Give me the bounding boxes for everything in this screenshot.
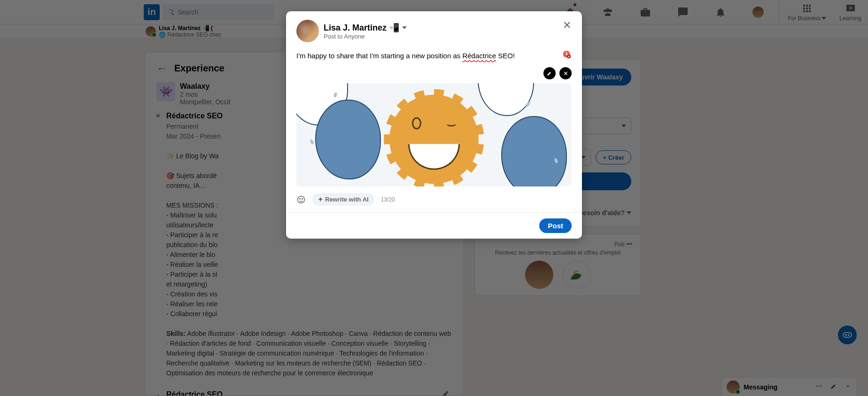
- post-button[interactable]: Post: [539, 218, 572, 233]
- word-counter: 13/20: [381, 196, 395, 203]
- close-button[interactable]: ✕: [559, 18, 574, 33]
- emoji-icon[interactable]: [296, 195, 306, 204]
- remove-media-button[interactable]: ✕: [559, 67, 572, 79]
- audience-label[interactable]: Post to Anyone: [324, 33, 407, 40]
- post-composer-modal: Lisa J. Martinez 📲 Post to Anyone ✕ I'm …: [286, 11, 582, 239]
- author-selector[interactable]: Lisa J. Martinez 📲: [324, 23, 407, 33]
- svg-point-5: [298, 196, 305, 203]
- celebration-image: [296, 83, 572, 186]
- svg-point-6: [300, 198, 301, 199]
- svg-point-7: [302, 198, 303, 199]
- post-text-editor[interactable]: I'm happy to share that I'm starting a n…: [296, 51, 572, 61]
- edit-media-button[interactable]: [543, 67, 556, 79]
- schedule-badge-icon[interactable]: [562, 50, 572, 59]
- rewrite-with-ai-button[interactable]: ✦Rewrite with AI: [312, 193, 374, 206]
- author-name: Lisa J. Martinez 📲: [324, 23, 399, 33]
- avatar[interactable]: [296, 20, 319, 42]
